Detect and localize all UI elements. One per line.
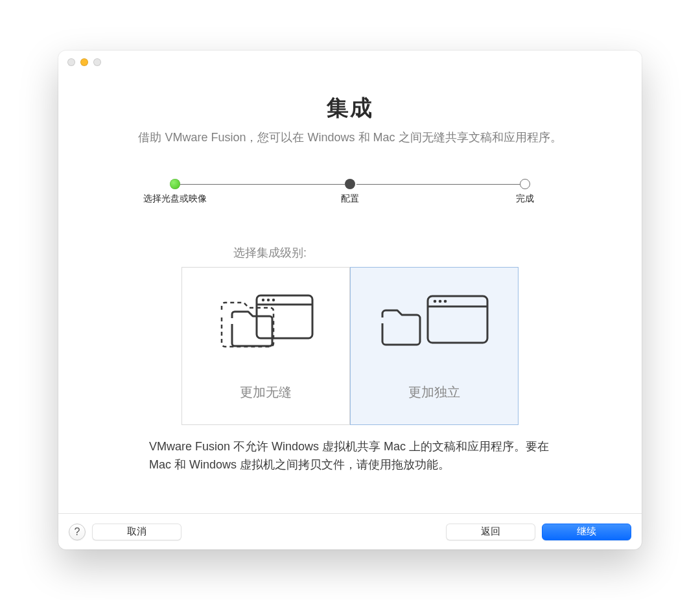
svg-point-9 xyxy=(444,300,447,303)
help-button[interactable]: ? xyxy=(69,524,86,540)
isolated-illustration-icon xyxy=(377,289,491,354)
step-label: 选择光盘或映像 xyxy=(143,193,207,205)
step-line xyxy=(180,184,345,185)
choice-label: 更加无缝 xyxy=(240,384,292,401)
section-label: 选择集成级别: xyxy=(233,245,596,260)
dialog-footer: ? 取消 返回 继续 xyxy=(58,513,642,549)
integration-description: VMware Fusion 不允许 Windows 虚拟机共享 Mac 上的文稿… xyxy=(149,438,551,474)
content-area: 集成 借助 VMware Fusion，您可以在 Windows 和 Mac 之… xyxy=(58,74,642,513)
svg-point-2 xyxy=(262,299,264,301)
window-zoom-button[interactable] xyxy=(93,58,101,66)
help-icon: ? xyxy=(75,526,80,538)
integration-option-isolated[interactable]: 更加独立 xyxy=(350,267,519,425)
wizard-stepper: 选择光盘或映像 配置 完成 xyxy=(169,179,531,210)
back-button[interactable]: 返回 xyxy=(446,524,535,540)
page-title: 集成 xyxy=(104,93,596,123)
cancel-button[interactable]: 取消 xyxy=(92,524,181,540)
seamless-illustration-icon xyxy=(214,289,318,354)
choice-label: 更加独立 xyxy=(408,384,460,401)
window-minimize-button[interactable] xyxy=(80,58,88,66)
svg-point-8 xyxy=(439,300,442,303)
titlebar xyxy=(58,51,642,74)
svg-point-4 xyxy=(272,299,275,301)
step-label: 配置 xyxy=(341,193,359,205)
step-dot-done-icon xyxy=(170,179,180,189)
svg-point-3 xyxy=(267,299,270,301)
svg-point-7 xyxy=(434,300,437,303)
svg-rect-5 xyxy=(428,296,487,343)
step-line xyxy=(356,184,521,185)
page-subtitle: 借助 VMware Fusion，您可以在 Windows 和 Mac 之间无缝… xyxy=(104,130,596,145)
step-dot-current-icon xyxy=(345,179,355,189)
step-label: 完成 xyxy=(516,193,534,205)
integration-option-seamless[interactable]: 更加无缝 xyxy=(181,267,350,425)
continue-button[interactable]: 继续 xyxy=(542,524,631,540)
window-close-button[interactable] xyxy=(67,58,75,66)
integration-choice-group: 更加无缝 更加独立 xyxy=(104,267,596,425)
dialog-window: 集成 借助 VMware Fusion，您可以在 Windows 和 Mac 之… xyxy=(58,51,642,549)
step-dot-todo-icon xyxy=(520,179,530,189)
